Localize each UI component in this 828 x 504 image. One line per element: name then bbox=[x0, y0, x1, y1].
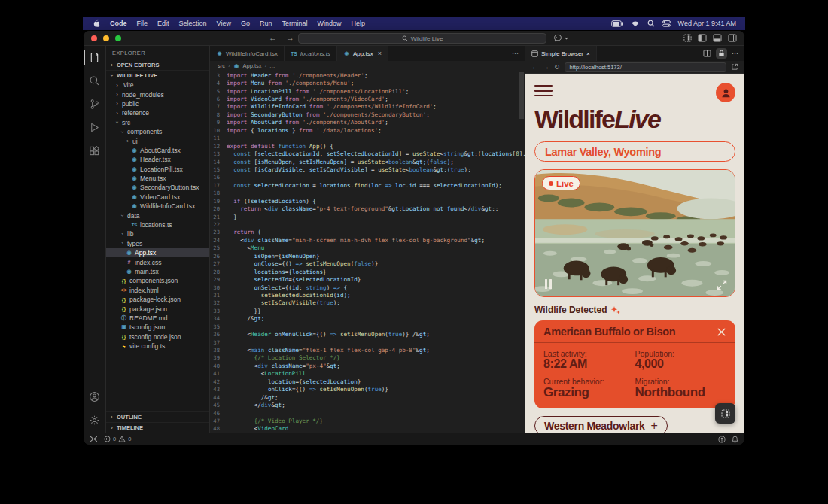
tree-item-components[interactable]: ›components bbox=[106, 127, 209, 136]
code-line[interactable]: 26 isOpen={isMenuOpen} bbox=[210, 252, 525, 260]
run-debug-icon[interactable] bbox=[87, 119, 103, 135]
editor-more-actions-icon[interactable]: ⋯ bbox=[506, 46, 525, 61]
menu-window[interactable]: Window bbox=[317, 20, 341, 27]
command-center-search[interactable]: Wildlife Live bbox=[298, 33, 546, 44]
code-line[interactable]: 11 bbox=[210, 135, 525, 142]
menubar-app-name[interactable]: Code bbox=[110, 20, 127, 27]
tree-item-data[interactable]: ›data bbox=[106, 211, 209, 220]
browser-back-icon[interactable]: ← bbox=[531, 63, 538, 71]
window-zoom-button[interactable] bbox=[115, 35, 121, 41]
menu-help[interactable]: Help bbox=[351, 20, 365, 27]
code-line[interactable]: 14 const [isMenuOpen, setIsMenuOpen] = u… bbox=[210, 158, 525, 165]
control-center-icon[interactable] bbox=[662, 20, 671, 27]
tree-item-readme-md[interactable]: ⓘREADME.md bbox=[106, 314, 209, 323]
code-line[interactable]: 37 bbox=[210, 339, 525, 346]
secondary-species-pill[interactable]: Western Meadowlark + bbox=[534, 416, 668, 433]
code-line[interactable]: 30 onSelect={(id: string) => { bbox=[210, 284, 525, 291]
open-external-icon[interactable] bbox=[731, 63, 738, 71]
menubar-clock[interactable]: Wed Apr 1 9:41 AM bbox=[678, 20, 736, 27]
code-line[interactable]: 43 onClick={() => setIsMenuOpen(true)} bbox=[210, 386, 525, 393]
video-card[interactable]: Live bbox=[534, 169, 735, 297]
code-line[interactable]: 46 bbox=[210, 409, 525, 417]
tree-item-public[interactable]: ›public bbox=[106, 99, 209, 108]
panel-more-actions-icon[interactable]: ⋯ bbox=[732, 50, 738, 57]
explorer-more-actions-icon[interactable]: ⋯ bbox=[197, 50, 203, 56]
menu-go[interactable]: Go bbox=[241, 20, 250, 27]
code-line[interactable]: 27 onClose={() => setIsMenuOpen(false)} bbox=[210, 260, 525, 268]
tree-item-aboutcard-tsx[interactable]: ◉AboutCard.tsx bbox=[106, 146, 209, 155]
tree-item-locationpill-tsx[interactable]: ◉LocationPill.tsx bbox=[106, 165, 209, 174]
menu-selection[interactable]: Selection bbox=[179, 20, 207, 27]
code-line[interactable]: 28 locations={locations} bbox=[210, 268, 525, 275]
code-line[interactable]: 35 bbox=[210, 323, 525, 330]
code-line[interactable]: 21 } bbox=[210, 213, 525, 220]
code-line[interactable]: 3import Header from './components/Header… bbox=[210, 71, 525, 79]
tree-item-package-json[interactable]: {}package.json bbox=[106, 304, 209, 313]
tree-item-tsconfig-node-json[interactable]: {}tsconfig.node.json bbox=[106, 332, 209, 342]
code-line[interactable]: 29 selectedId={selectedLocationId} bbox=[210, 275, 525, 283]
tree-item-main-tsx[interactable]: ◉main.tsx bbox=[106, 267, 209, 276]
customize-layout-icon[interactable] bbox=[683, 34, 692, 42]
spotlight-search-icon[interactable] bbox=[647, 20, 655, 27]
code-line[interactable]: 15 const [isCardVisible, setIsCardVisibl… bbox=[210, 165, 525, 173]
overlay-widget-button[interactable] bbox=[715, 403, 735, 424]
close-tab-icon[interactable]: × bbox=[586, 50, 590, 57]
menu-run[interactable]: Run bbox=[260, 20, 272, 27]
notifications-bell-icon[interactable] bbox=[732, 436, 738, 443]
source-control-icon[interactable] bbox=[87, 96, 103, 112]
tree-item-wildlifeinfocard-tsx[interactable]: ◉WildlifeInfoCard.tsx bbox=[106, 202, 209, 211]
expand-icon[interactable] bbox=[717, 280, 727, 290]
code-line[interactable]: 33 }} bbox=[210, 307, 525, 314]
tree-item-package-lock-json[interactable]: {}package-lock.json bbox=[106, 295, 209, 304]
code-line[interactable]: 6import VideoCard from './components/Vid… bbox=[210, 95, 525, 102]
code-line[interactable]: 32 setIsCardVisible(true); bbox=[210, 299, 525, 307]
breadcrumb[interactable]: src › ◉ App.tsx › … bbox=[210, 61, 525, 71]
tree-item-index-html[interactable]: <>index.html bbox=[106, 286, 209, 295]
code-line[interactable]: 47 {/* Video Player */} bbox=[210, 417, 525, 424]
code-line[interactable]: 42 location={selectedLocation} bbox=[210, 378, 525, 385]
code-line[interactable]: 7import WildlifeInfoCard from './compone… bbox=[210, 103, 525, 111]
search-icon[interactable] bbox=[87, 72, 103, 89]
code-line[interactable]: 13 const [selectedLocationId, setSelecte… bbox=[210, 150, 525, 157]
code-line[interactable]: 4import Menu from './components/Menu'; bbox=[210, 79, 525, 87]
problems-indicator[interactable]: 0 0 bbox=[104, 436, 131, 442]
code-line[interactable]: 22 bbox=[210, 220, 525, 228]
preview-locked-icon[interactable] bbox=[716, 48, 727, 59]
ports-icon[interactable] bbox=[718, 436, 726, 443]
explorer-icon[interactable] bbox=[87, 49, 103, 65]
menu-edit[interactable]: Edit bbox=[157, 20, 169, 27]
toggle-sidebar-icon[interactable] bbox=[698, 34, 707, 42]
code-line[interactable]: 5import LocationPill from './components/… bbox=[210, 87, 525, 95]
breadcrumb-tail[interactable]: … bbox=[269, 62, 275, 69]
code-line[interactable]: 31 setSelectedLocationId(id); bbox=[210, 291, 525, 299]
tree-item-ui[interactable]: ›ui bbox=[106, 136, 209, 145]
code-line[interactable]: 8import SecondaryButton from './componen… bbox=[210, 111, 525, 118]
toggle-secondary-sidebar-icon[interactable] bbox=[728, 34, 737, 42]
code-line[interactable]: 48 <VideoCard bbox=[210, 425, 525, 433]
apple-menu-icon[interactable] bbox=[92, 19, 100, 28]
code-line[interactable]: 10import { locations } from './data/loca… bbox=[210, 126, 525, 134]
code-line[interactable]: 36 <Header onMenuClick={() => setIsMenuO… bbox=[210, 330, 525, 338]
tab-simple-browser[interactable]: Simple Browser × bbox=[525, 46, 597, 61]
tab-locations[interactable]: TS locations.ts bbox=[285, 46, 337, 61]
tree-item-header-tsx[interactable]: ◉Header.tsx bbox=[106, 155, 209, 164]
code-line[interactable]: 20 return <div className="p-4 text-foreg… bbox=[210, 205, 525, 212]
location-pill[interactable]: Lamar Valley, Wyoming bbox=[534, 141, 735, 162]
code-line[interactable]: 23 return ( bbox=[210, 229, 525, 236]
tree-item-types[interactable]: ›types bbox=[106, 239, 209, 248]
code-line[interactable]: 12export default function App() { bbox=[210, 142, 525, 150]
tree-item-locations-ts[interactable]: TSlocations.ts bbox=[106, 220, 209, 229]
tab-wildlifeinfocard[interactable]: ◉ WildlifeInfoCard.tsx bbox=[210, 46, 285, 61]
code-line[interactable]: 18 bbox=[210, 190, 525, 197]
code-line[interactable]: 25 <Menu bbox=[210, 244, 525, 252]
history-forward-button[interactable]: → bbox=[286, 33, 294, 42]
code-line[interactable]: 24 <div className="min-h-screen min-h-dv… bbox=[210, 236, 525, 244]
tree-item-tsconfig-json[interactable]: ▣tsconfig.json bbox=[106, 323, 209, 332]
close-tab-icon[interactable]: × bbox=[378, 50, 382, 57]
code-line[interactable]: 19 if (!selectedLocation) { bbox=[210, 197, 525, 205]
hamburger-menu-icon[interactable] bbox=[534, 83, 553, 96]
code-line[interactable]: 9import AboutCard from './components/Abo… bbox=[210, 119, 525, 126]
tree-item-vite-config-ts[interactable]: ϟvite.config.ts bbox=[106, 342, 209, 351]
tree-item-secondarybutton-tsx[interactable]: ◉SecondaryButton.tsx bbox=[106, 183, 209, 192]
open-editors-section[interactable]: › OPEN EDITORS bbox=[106, 59, 209, 70]
